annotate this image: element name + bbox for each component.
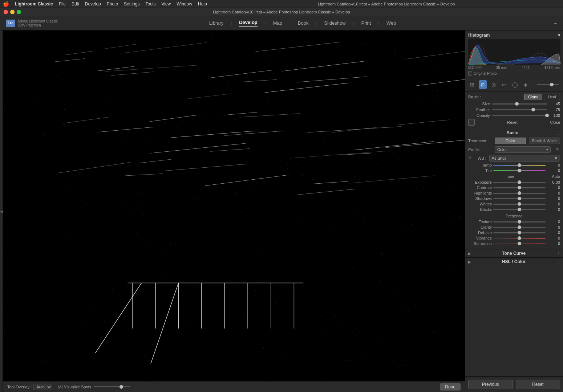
tool-slider[interactable] bbox=[537, 84, 559, 85]
temp-slider[interactable] bbox=[493, 165, 546, 166]
hsl-header[interactable]: ▶ HSL / Color ⋮ bbox=[468, 259, 560, 264]
texture-thumb bbox=[518, 220, 521, 224]
hsl-section: ▶ HSL / Color ⋮ bbox=[465, 258, 563, 266]
tool-overlay-select[interactable]: Auto bbox=[33, 384, 52, 390]
bw-treatment-button[interactable]: Black & White bbox=[529, 138, 560, 144]
spot-overlay-toggle[interactable] bbox=[468, 119, 475, 126]
nav-print[interactable]: Print bbox=[361, 20, 371, 26]
tool-overlay-control: Tool Overlay : Auto bbox=[7, 384, 52, 390]
hsl-menu-icon[interactable]: ⋮ bbox=[556, 260, 560, 264]
left-panel-arrow-icon: ◀ bbox=[0, 209, 3, 213]
vibrance-slider[interactable] bbox=[493, 238, 546, 239]
nav-book[interactable]: Book bbox=[298, 20, 309, 26]
profile-label: Profile : bbox=[468, 147, 492, 152]
nav-slideshow[interactable]: Slideshow bbox=[324, 20, 345, 26]
nav-links: Library | Develop | Map | Book | Slidesh… bbox=[58, 20, 547, 26]
adjustment-brush-icon[interactable]: ◈ bbox=[522, 80, 530, 89]
exposure-slider[interactable] bbox=[493, 182, 546, 183]
tone-curve-header[interactable]: ▶ Tone Curve ⋮ bbox=[468, 251, 560, 256]
edit-menu[interactable]: Edit bbox=[72, 1, 79, 7]
clone-button[interactable]: Clone bbox=[524, 94, 543, 100]
opacity-slider-track[interactable] bbox=[492, 115, 547, 116]
develop-menu[interactable]: Develop bbox=[85, 1, 101, 7]
minimize-window-button[interactable] bbox=[10, 10, 15, 14]
highlights-value: 0 bbox=[547, 191, 560, 195]
settings-menu[interactable]: Settings bbox=[124, 1, 139, 7]
tool-overlay-label: Tool Overlay : bbox=[7, 385, 32, 389]
treatment-label: Treatment : bbox=[468, 139, 492, 143]
red-eye-tool-icon[interactable]: ◎ bbox=[490, 80, 498, 89]
shadows-value: 0 bbox=[547, 196, 560, 201]
tone-curve-menu-icon[interactable]: ⋮ bbox=[556, 252, 560, 256]
original-photo-label: Original Photo bbox=[474, 72, 497, 75]
clarity-row: Clarity 0 bbox=[468, 225, 560, 229]
visualize-spots-checkbox[interactable] bbox=[58, 385, 62, 389]
histogram-title: Histogram bbox=[468, 33, 490, 38]
previous-button[interactable]: Previous bbox=[468, 380, 513, 389]
graduated-filter-icon[interactable]: ▭ bbox=[501, 80, 509, 89]
highlights-row: Highlights 0 bbox=[468, 191, 560, 195]
feather-slider-track[interactable] bbox=[492, 109, 547, 110]
profile-grid-icon[interactable]: ⊞ bbox=[554, 146, 560, 153]
photo-menu[interactable]: Photo bbox=[107, 1, 118, 7]
close-window-button[interactable] bbox=[4, 10, 8, 14]
tint-slider[interactable] bbox=[493, 170, 546, 171]
presence-header: Presence bbox=[468, 214, 560, 218]
view-menu[interactable]: View bbox=[161, 1, 171, 7]
clarity-slider[interactable] bbox=[493, 227, 546, 228]
reset-develop-button[interactable]: Reset bbox=[516, 380, 560, 389]
nav-library[interactable]: Library bbox=[209, 20, 224, 26]
help-menu[interactable]: Help bbox=[198, 1, 207, 7]
nav-develop[interactable]: Develop bbox=[239, 20, 258, 26]
wb-eyedropper-icon[interactable]: 🖊 bbox=[468, 155, 475, 162]
size-slider-track[interactable] bbox=[492, 103, 547, 105]
clarity-thumb bbox=[518, 225, 521, 229]
left-panel-toggle[interactable]: ◀ bbox=[0, 30, 3, 392]
maximize-window-button[interactable] bbox=[17, 10, 21, 14]
window-menu[interactable]: Window bbox=[177, 1, 192, 7]
hsl-title: HSL / Color bbox=[473, 259, 554, 264]
spot-removal-tool-icon[interactable]: ⊙ bbox=[479, 80, 487, 89]
texture-slider[interactable] bbox=[493, 221, 546, 222]
app-header: Lrc Adobe Lightroom Classic JDW Paterson… bbox=[0, 16, 563, 30]
dehaze-slider[interactable] bbox=[493, 232, 546, 233]
whites-label: Whites bbox=[468, 202, 492, 206]
shadows-label: Shadows bbox=[468, 196, 492, 201]
shadows-thumb bbox=[518, 197, 521, 200]
reset-button[interactable]: Reset bbox=[507, 120, 518, 124]
auto-button[interactable]: Auto bbox=[552, 174, 560, 179]
close-button[interactable]: Close bbox=[550, 120, 560, 124]
visualize-spots-slider[interactable] bbox=[94, 386, 130, 387]
profile-select[interactable]: Color ▾ bbox=[495, 146, 551, 153]
heal-button[interactable]: Heal bbox=[544, 94, 560, 100]
app-name-menu[interactable]: Lightroom Classic bbox=[15, 1, 53, 7]
color-treatment-button[interactable]: Color bbox=[495, 138, 526, 144]
radial-filter-icon[interactable]: ◯ bbox=[511, 80, 519, 89]
wb-row: 🖊 WB : As Shot ⇅ bbox=[468, 155, 560, 162]
wb-select[interactable]: As Shot ⇅ bbox=[489, 155, 560, 162]
tone-curve-collapse-icon: ▶ bbox=[468, 252, 471, 256]
nav-web[interactable]: Web bbox=[386, 20, 396, 26]
photo-image[interactable] bbox=[3, 30, 465, 381]
apple-menu[interactable]: 🍎 bbox=[3, 1, 9, 7]
saturation-slider[interactable] bbox=[493, 243, 546, 244]
contrast-slider[interactable] bbox=[493, 187, 546, 188]
histogram-menu-icon[interactable]: ▾ bbox=[558, 33, 560, 38]
original-photo-checkbox[interactable] bbox=[468, 72, 472, 75]
done-button[interactable]: Done bbox=[440, 383, 461, 391]
opacity-value: 100 bbox=[549, 113, 560, 118]
visualize-spots-label: Visualize Spots bbox=[64, 385, 91, 389]
nav-map[interactable]: Map bbox=[273, 20, 282, 26]
cloud-icon[interactable]: ☁ bbox=[553, 21, 557, 25]
shadows-slider[interactable] bbox=[493, 198, 546, 199]
whites-value: 0 bbox=[547, 202, 560, 206]
whites-slider[interactable] bbox=[493, 204, 546, 205]
logo-text: Adobe Lightroom Classic JDW Paterson bbox=[17, 19, 58, 27]
file-menu[interactable]: File bbox=[59, 1, 66, 7]
basic-section-menu-icon[interactable]: ⋮ bbox=[556, 131, 560, 135]
highlights-slider[interactable] bbox=[493, 193, 546, 194]
blacks-slider[interactable] bbox=[493, 209, 546, 210]
tools-menu[interactable]: Tools bbox=[145, 1, 155, 7]
crop-tool-icon[interactable]: ⊞ bbox=[468, 80, 476, 89]
clarity-value: 0 bbox=[547, 225, 560, 229]
